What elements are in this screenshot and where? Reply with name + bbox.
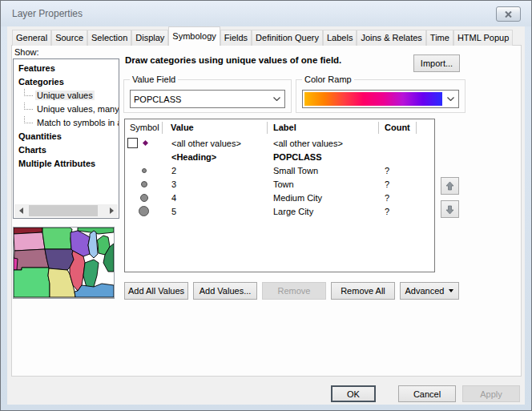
map-preview-image: [14, 228, 114, 298]
move-down-button[interactable]: [441, 200, 459, 218]
cell-count: ?: [379, 166, 417, 175]
cell-count: ?: [379, 193, 417, 203]
add-all-values-button[interactable]: Add All Values: [124, 282, 188, 300]
tree-item-features[interactable]: Features: [14, 62, 119, 75]
add-values-button[interactable]: Add Values...: [193, 282, 257, 300]
import-button[interactable]: Import...: [413, 54, 460, 72]
table-row[interactable]: 2 Small Town ?: [125, 163, 434, 177]
renderer-tree: Features Categories Unique values Unique…: [13, 58, 119, 219]
layer-properties-dialog: Layer Properties General Source Selectio…: [0, 0, 532, 411]
tree-item-unique-values[interactable]: Unique values: [14, 89, 119, 103]
tab-html-popup[interactable]: HTML Popup: [453, 30, 513, 46]
arrow-down-icon: [445, 204, 455, 215]
move-up-button[interactable]: [441, 177, 459, 195]
header-label: Label: [268, 122, 379, 134]
color-ramp-swatch: [304, 92, 442, 106]
tree-item-label: Match to symbols in a: [35, 118, 119, 127]
tab-general[interactable]: General: [12, 30, 51, 46]
symbology-tab-panel: Show: Features Categories Unique values …: [11, 45, 522, 377]
cell-count: ?: [379, 179, 417, 189]
scrollbar-thumb[interactable]: [29, 205, 98, 216]
tab-symbology[interactable]: Symbology: [168, 26, 220, 46]
all-other-values-checkbox[interactable]: [127, 138, 138, 148]
tab-fields[interactable]: Fields: [220, 30, 252, 46]
tree-horizontal-scrollbar[interactable]: [14, 204, 118, 217]
chevron-down-icon: [268, 97, 284, 101]
color-ramp-group: Color Ramp: [296, 79, 466, 113]
cancel-button[interactable]: Cancel: [398, 385, 456, 402]
apply-button: Apply: [462, 385, 520, 402]
show-label: Show:: [14, 47, 39, 57]
value-field-group: Value Field POPCLASS: [123, 79, 292, 113]
header-count: Count: [379, 122, 417, 134]
tree-item-unique-values-many[interactable]: Unique values, many: [14, 103, 119, 116]
point-symbol-icon[interactable]: [141, 181, 147, 187]
tree-item-label: Unique values, many: [35, 104, 119, 114]
ok-button[interactable]: OK: [331, 385, 376, 402]
scroll-left-icon[interactable]: [14, 204, 27, 217]
cell-label: <all other values>: [268, 139, 379, 148]
cell-label: Town: [268, 179, 379, 189]
cell-label: Medium City: [268, 193, 379, 203]
dialog-body: General Source Selection Display Symbolo…: [7, 26, 525, 405]
scroll-right-icon[interactable]: [105, 204, 118, 217]
window-title: Layer Properties: [12, 8, 83, 19]
tab-display[interactable]: Display: [131, 30, 168, 46]
tree-item-label: Unique values: [35, 91, 95, 100]
value-field-selected: POPCLASS: [131, 95, 268, 104]
tab-selection[interactable]: Selection: [87, 30, 131, 46]
tab-joins-relates[interactable]: Joins & Relates: [357, 30, 425, 46]
renderer-description: Draw categories using unique values of o…: [125, 55, 341, 65]
cell-count: ?: [379, 207, 417, 216]
tab-source[interactable]: Source: [51, 30, 87, 46]
table-row[interactable]: 5 Large City ?: [125, 204, 434, 218]
table-row[interactable]: <all other values> <all other values>: [125, 136, 434, 150]
remove-button: Remove: [262, 282, 326, 300]
remove-all-button[interactable]: Remove All: [331, 282, 395, 300]
point-symbol-icon[interactable]: [142, 168, 147, 173]
cell-value: 5: [163, 207, 268, 216]
window-frame: General Source Selection Display Symbolo…: [1, 26, 531, 410]
diamond-symbol-icon[interactable]: [143, 140, 148, 146]
cell-value: <Heading>: [163, 152, 268, 162]
dropdown-arrow-icon: [449, 289, 453, 292]
titlebar[interactable]: Layer Properties: [1, 1, 531, 26]
table-row[interactable]: 4 Medium City ?: [125, 191, 434, 204]
cell-value: 2: [163, 166, 268, 175]
cell-value: 3: [163, 179, 268, 189]
chevron-down-icon: [442, 97, 458, 101]
advanced-label: Advanced: [405, 286, 445, 296]
tree-item-categories[interactable]: Categories: [14, 75, 119, 89]
header-symbol: Symbol: [125, 122, 163, 134]
value-field-label: Value Field: [130, 75, 178, 84]
tab-strip: General Source Selection Display Symbolo…: [12, 28, 513, 46]
tree-item-match-symbols[interactable]: Match to symbols in a: [14, 116, 119, 130]
tab-time[interactable]: Time: [426, 30, 453, 46]
tree-item-quantities[interactable]: Quantities: [14, 130, 119, 143]
color-ramp-dropdown[interactable]: [302, 90, 459, 108]
close-button[interactable]: [496, 6, 521, 22]
table-row[interactable]: <Heading> POPCLASS: [125, 150, 434, 163]
header-value: Value: [163, 122, 268, 134]
point-symbol-icon[interactable]: [139, 206, 149, 216]
cell-label: Large City: [268, 207, 379, 216]
point-symbol-icon[interactable]: [140, 194, 148, 202]
value-field-dropdown[interactable]: POPCLASS: [130, 90, 285, 108]
advanced-button[interactable]: Advanced: [400, 282, 459, 300]
close-icon: [505, 11, 512, 18]
layer-preview: [13, 227, 115, 299]
unique-values-table: Symbol Value Label Count <all other valu…: [124, 119, 435, 272]
tab-labels[interactable]: Labels: [323, 30, 357, 46]
table-header: Symbol Value Label Count: [125, 119, 434, 136]
tree-item-multiple-attributes[interactable]: Multiple Attributes: [14, 157, 119, 171]
cell-label: Small Town: [268, 166, 379, 175]
arrow-up-icon: [445, 181, 455, 191]
cell-value: <all other values>: [163, 139, 268, 148]
tab-definition-query[interactable]: Definition Query: [252, 30, 323, 46]
table-row[interactable]: 3 Town ?: [125, 177, 434, 191]
tree-item-charts[interactable]: Charts: [14, 143, 119, 157]
cell-value: 4: [163, 193, 268, 203]
cell-label: POPCLASS: [268, 152, 379, 162]
color-ramp-label: Color Ramp: [302, 75, 354, 84]
